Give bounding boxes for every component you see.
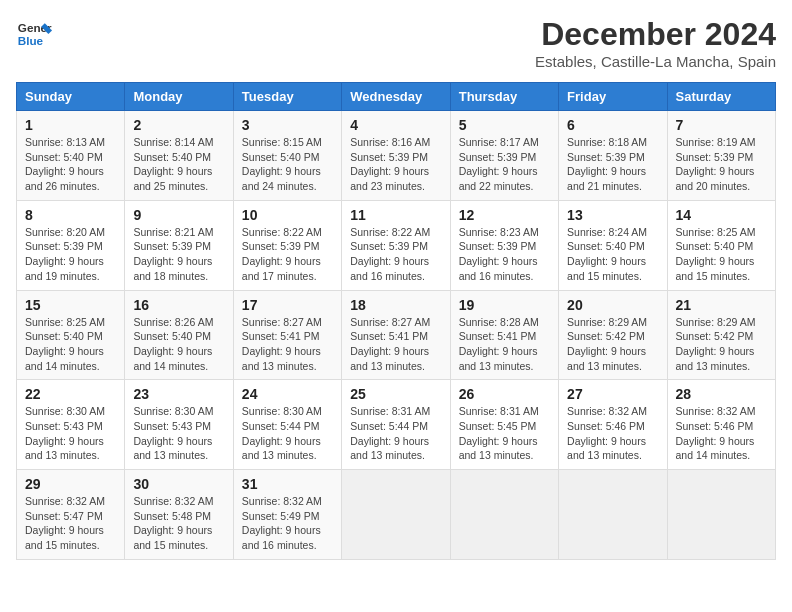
calendar-cell: 7 Sunrise: 8:19 AM Sunset: 5:39 PM Dayli… xyxy=(667,111,775,201)
day-number: 31 xyxy=(242,476,333,492)
calendar-cell: 8 Sunrise: 8:20 AM Sunset: 5:39 PM Dayli… xyxy=(17,200,125,290)
calendar-cell: 28 Sunrise: 8:32 AM Sunset: 5:46 PM Dayl… xyxy=(667,380,775,470)
calendar-table: SundayMondayTuesdayWednesdayThursdayFrid… xyxy=(16,82,776,560)
day-number: 10 xyxy=(242,207,333,223)
calendar-cell: 2 Sunrise: 8:14 AM Sunset: 5:40 PM Dayli… xyxy=(125,111,233,201)
day-number: 20 xyxy=(567,297,658,313)
day-info: Sunrise: 8:29 AM Sunset: 5:42 PM Dayligh… xyxy=(676,315,767,374)
day-number: 15 xyxy=(25,297,116,313)
day-number: 27 xyxy=(567,386,658,402)
day-info: Sunrise: 8:22 AM Sunset: 5:39 PM Dayligh… xyxy=(242,225,333,284)
calendar-cell: 18 Sunrise: 8:27 AM Sunset: 5:41 PM Dayl… xyxy=(342,290,450,380)
day-info: Sunrise: 8:30 AM Sunset: 5:44 PM Dayligh… xyxy=(242,404,333,463)
day-info: Sunrise: 8:25 AM Sunset: 5:40 PM Dayligh… xyxy=(25,315,116,374)
day-info: Sunrise: 8:15 AM Sunset: 5:40 PM Dayligh… xyxy=(242,135,333,194)
day-number: 26 xyxy=(459,386,550,402)
calendar-cell: 15 Sunrise: 8:25 AM Sunset: 5:40 PM Dayl… xyxy=(17,290,125,380)
col-header-sunday: Sunday xyxy=(17,83,125,111)
calendar-cell: 19 Sunrise: 8:28 AM Sunset: 5:41 PM Dayl… xyxy=(450,290,558,380)
day-number: 3 xyxy=(242,117,333,133)
calendar-header-row: SundayMondayTuesdayWednesdayThursdayFrid… xyxy=(17,83,776,111)
calendar-cell: 14 Sunrise: 8:25 AM Sunset: 5:40 PM Dayl… xyxy=(667,200,775,290)
day-info: Sunrise: 8:27 AM Sunset: 5:41 PM Dayligh… xyxy=(242,315,333,374)
day-info: Sunrise: 8:28 AM Sunset: 5:41 PM Dayligh… xyxy=(459,315,550,374)
day-number: 9 xyxy=(133,207,224,223)
week-row-2: 15 Sunrise: 8:25 AM Sunset: 5:40 PM Dayl… xyxy=(17,290,776,380)
calendar-cell xyxy=(342,470,450,560)
day-info: Sunrise: 8:31 AM Sunset: 5:44 PM Dayligh… xyxy=(350,404,441,463)
title-area: December 2024 Estables, Castille-La Manc… xyxy=(535,16,776,70)
day-info: Sunrise: 8:27 AM Sunset: 5:41 PM Dayligh… xyxy=(350,315,441,374)
day-info: Sunrise: 8:22 AM Sunset: 5:39 PM Dayligh… xyxy=(350,225,441,284)
calendar-cell: 29 Sunrise: 8:32 AM Sunset: 5:47 PM Dayl… xyxy=(17,470,125,560)
day-info: Sunrise: 8:32 AM Sunset: 5:47 PM Dayligh… xyxy=(25,494,116,553)
calendar-cell: 12 Sunrise: 8:23 AM Sunset: 5:39 PM Dayl… xyxy=(450,200,558,290)
day-info: Sunrise: 8:30 AM Sunset: 5:43 PM Dayligh… xyxy=(133,404,224,463)
location-subtitle: Estables, Castille-La Mancha, Spain xyxy=(535,53,776,70)
calendar-cell xyxy=(667,470,775,560)
calendar-cell: 16 Sunrise: 8:26 AM Sunset: 5:40 PM Dayl… xyxy=(125,290,233,380)
month-title: December 2024 xyxy=(535,16,776,53)
col-header-tuesday: Tuesday xyxy=(233,83,341,111)
day-info: Sunrise: 8:30 AM Sunset: 5:43 PM Dayligh… xyxy=(25,404,116,463)
week-row-3: 22 Sunrise: 8:30 AM Sunset: 5:43 PM Dayl… xyxy=(17,380,776,470)
day-number: 5 xyxy=(459,117,550,133)
calendar-cell: 20 Sunrise: 8:29 AM Sunset: 5:42 PM Dayl… xyxy=(559,290,667,380)
day-info: Sunrise: 8:20 AM Sunset: 5:39 PM Dayligh… xyxy=(25,225,116,284)
day-info: Sunrise: 8:32 AM Sunset: 5:48 PM Dayligh… xyxy=(133,494,224,553)
logo-icon: General Blue xyxy=(16,16,52,52)
logo: General Blue xyxy=(16,16,52,52)
calendar-cell: 11 Sunrise: 8:22 AM Sunset: 5:39 PM Dayl… xyxy=(342,200,450,290)
day-number: 25 xyxy=(350,386,441,402)
day-info: Sunrise: 8:32 AM Sunset: 5:46 PM Dayligh… xyxy=(676,404,767,463)
week-row-1: 8 Sunrise: 8:20 AM Sunset: 5:39 PM Dayli… xyxy=(17,200,776,290)
day-info: Sunrise: 8:13 AM Sunset: 5:40 PM Dayligh… xyxy=(25,135,116,194)
calendar-cell: 9 Sunrise: 8:21 AM Sunset: 5:39 PM Dayli… xyxy=(125,200,233,290)
calendar-cell: 6 Sunrise: 8:18 AM Sunset: 5:39 PM Dayli… xyxy=(559,111,667,201)
day-number: 24 xyxy=(242,386,333,402)
day-number: 18 xyxy=(350,297,441,313)
calendar-cell: 1 Sunrise: 8:13 AM Sunset: 5:40 PM Dayli… xyxy=(17,111,125,201)
calendar-cell: 26 Sunrise: 8:31 AM Sunset: 5:45 PM Dayl… xyxy=(450,380,558,470)
calendar-cell: 23 Sunrise: 8:30 AM Sunset: 5:43 PM Dayl… xyxy=(125,380,233,470)
day-number: 4 xyxy=(350,117,441,133)
day-info: Sunrise: 8:26 AM Sunset: 5:40 PM Dayligh… xyxy=(133,315,224,374)
day-number: 21 xyxy=(676,297,767,313)
calendar-cell: 3 Sunrise: 8:15 AM Sunset: 5:40 PM Dayli… xyxy=(233,111,341,201)
page-header: General Blue December 2024 Estables, Cas… xyxy=(16,16,776,70)
day-info: Sunrise: 8:31 AM Sunset: 5:45 PM Dayligh… xyxy=(459,404,550,463)
day-info: Sunrise: 8:17 AM Sunset: 5:39 PM Dayligh… xyxy=(459,135,550,194)
day-info: Sunrise: 8:29 AM Sunset: 5:42 PM Dayligh… xyxy=(567,315,658,374)
day-number: 6 xyxy=(567,117,658,133)
day-number: 12 xyxy=(459,207,550,223)
week-row-0: 1 Sunrise: 8:13 AM Sunset: 5:40 PM Dayli… xyxy=(17,111,776,201)
day-info: Sunrise: 8:23 AM Sunset: 5:39 PM Dayligh… xyxy=(459,225,550,284)
calendar-cell: 21 Sunrise: 8:29 AM Sunset: 5:42 PM Dayl… xyxy=(667,290,775,380)
day-info: Sunrise: 8:32 AM Sunset: 5:46 PM Dayligh… xyxy=(567,404,658,463)
col-header-monday: Monday xyxy=(125,83,233,111)
week-row-4: 29 Sunrise: 8:32 AM Sunset: 5:47 PM Dayl… xyxy=(17,470,776,560)
day-number: 11 xyxy=(350,207,441,223)
calendar-cell: 30 Sunrise: 8:32 AM Sunset: 5:48 PM Dayl… xyxy=(125,470,233,560)
day-number: 19 xyxy=(459,297,550,313)
day-info: Sunrise: 8:32 AM Sunset: 5:49 PM Dayligh… xyxy=(242,494,333,553)
calendar-cell: 27 Sunrise: 8:32 AM Sunset: 5:46 PM Dayl… xyxy=(559,380,667,470)
day-number: 2 xyxy=(133,117,224,133)
col-header-thursday: Thursday xyxy=(450,83,558,111)
col-header-wednesday: Wednesday xyxy=(342,83,450,111)
calendar-cell: 10 Sunrise: 8:22 AM Sunset: 5:39 PM Dayl… xyxy=(233,200,341,290)
svg-text:Blue: Blue xyxy=(18,34,44,47)
day-number: 23 xyxy=(133,386,224,402)
calendar-cell: 4 Sunrise: 8:16 AM Sunset: 5:39 PM Dayli… xyxy=(342,111,450,201)
day-number: 22 xyxy=(25,386,116,402)
calendar-cell: 24 Sunrise: 8:30 AM Sunset: 5:44 PM Dayl… xyxy=(233,380,341,470)
day-number: 13 xyxy=(567,207,658,223)
day-number: 16 xyxy=(133,297,224,313)
calendar-cell xyxy=(559,470,667,560)
day-number: 1 xyxy=(25,117,116,133)
day-number: 17 xyxy=(242,297,333,313)
day-number: 14 xyxy=(676,207,767,223)
day-info: Sunrise: 8:19 AM Sunset: 5:39 PM Dayligh… xyxy=(676,135,767,194)
calendar-cell: 13 Sunrise: 8:24 AM Sunset: 5:40 PM Dayl… xyxy=(559,200,667,290)
day-number: 7 xyxy=(676,117,767,133)
